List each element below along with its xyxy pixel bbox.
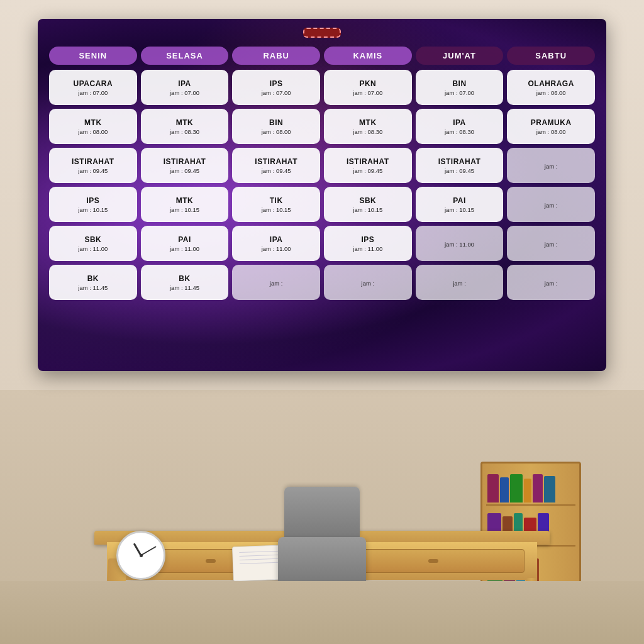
cell-time: jam : 08.30 [170,128,199,135]
schedule-cell-r0-c4: BINjam : 07.00 [416,70,504,105]
cell-time: jam : 09.45 [78,167,108,174]
schedule-cell-r3-c2: TIKjam : 10.15 [232,187,320,222]
schedule-cell-r1-c5: PRAMUKAjam : 08.00 [507,109,595,144]
shelf-divider [486,504,575,506]
day-header-kamis: KAMIS [324,47,412,65]
cell-subject: SBK [359,196,376,205]
cell-subject: PAI [453,196,466,205]
cell-subject: ISTIRAHAT [255,157,297,166]
cell-subject: ISTIRAHAT [438,157,481,166]
cell-time: jam : [545,163,558,170]
schedule-cell-r3-c5: jam : [507,187,595,222]
clock-face [116,531,165,580]
cell-subject: IPS [361,235,374,244]
cell-subject: IPS [86,196,99,205]
cell-time: jam : 07.00 [78,89,108,96]
cell-time: jam : 11.45 [78,284,108,291]
schedule-cell-r4-c5: jam : [507,226,595,261]
schedule-cell-r5-c2: jam : [232,265,320,300]
schedule-cell-r4-c1: PAIjam : 11.00 [141,226,229,261]
schedule-cell-r5-c0: BKjam : 11.45 [49,265,137,300]
cell-time: jam : 07.00 [262,89,291,96]
schedule-cell-r0-c3: PKNjam : 07.00 [324,70,412,105]
book [544,476,555,502]
cell-subject: PRAMUKA [531,118,572,127]
book [533,474,543,502]
schedule-cell-r0-c2: IPSjam : 07.00 [232,70,320,105]
schedule-cell-r2-c5: jam : [507,148,595,183]
schedule-cell-r2-c2: ISTIRAHATjam : 09.45 [232,148,320,183]
poster-title-area [49,28,595,40]
schedule-cell-r0-c5: OLAHRAGAjam : 06.00 [507,70,595,105]
cell-subject: ISTIRAHAT [72,157,114,166]
cell-time: jam : 06.00 [536,89,566,96]
schedule-cell-r2-c0: ISTIRAHATjam : 09.45 [49,148,137,183]
cell-subject: IPS [270,79,283,88]
cell-time: jam : 09.45 [353,167,382,174]
days-row: SENINSELASARABUKAMISJUM'ATSABTU [49,47,595,65]
schedule-cell-r3-c0: IPSjam : 10.15 [49,187,137,222]
chair-seat [278,537,366,581]
cell-time: jam : 11.00 [445,241,474,248]
cell-time: jam : 10.15 [445,206,474,213]
schedule-cell-r5-c4: jam : [416,265,504,300]
cell-time: jam : 09.45 [445,167,474,174]
day-header-selasa: SELASA [141,47,229,65]
cell-subject: MTK [84,118,102,127]
cell-time: jam : 11.00 [262,245,291,252]
cell-time: jam : 09.45 [170,167,199,174]
schedule-cell-r2-c1: ISTIRAHATjam : 09.45 [141,148,229,183]
chair-back [284,487,360,537]
clock-center-dot [140,554,143,557]
cell-subject: BIN [452,79,466,88]
cell-subject: OLAHRAGA [528,79,574,88]
schedule-cell-r3-c3: SBKjam : 10.15 [324,187,412,222]
clock [116,531,167,581]
schedule-cell-r0-c1: IPAjam : 07.00 [141,70,229,105]
cell-time: jam : [545,280,558,287]
cell-subject: BK [179,274,190,283]
cell-time: jam : 07.00 [170,89,199,96]
cell-subject: IPA [270,235,283,244]
room: SENINSELASARABUKAMISJUM'ATSABTU UPACARAj… [0,0,644,644]
floor [0,581,644,644]
day-header-senin: SENIN [49,47,137,65]
clock-minute-hand [141,546,157,556]
schedule-cell-r1-c3: MTKjam : 08.30 [324,109,412,144]
schedule-cell-r1-c4: IPAjam : 08.30 [416,109,504,144]
schedule-cell-r4-c2: IPAjam : 11.00 [232,226,320,261]
cell-time: jam : 08.00 [262,128,291,135]
schedule-cell-r0-c0: UPACARAjam : 07.00 [49,70,137,105]
schedule-poster: SENINSELASARABUKAMISJUM'ATSABTU UPACARAj… [38,19,606,371]
book [524,479,531,502]
cell-time: jam : 07.00 [353,89,382,96]
cell-time: jam : 11.45 [170,284,199,291]
cell-subject: BIN [269,118,283,127]
poster-background: SENINSELASARABUKAMISJUM'ATSABTU UPACARAj… [38,19,606,371]
cell-time: jam : 08.30 [445,128,474,135]
cell-subject: ISTIRAHAT [347,157,389,166]
cell-time: jam : 11.00 [353,245,382,252]
schedule-cell-r2-c3: ISTIRAHATjam : 09.45 [324,148,412,183]
schedule-cell-r5-c1: BKjam : 11.45 [141,265,229,300]
cell-time: jam : [453,280,466,287]
shelf-books-top [487,470,574,502]
cell-subject: IPA [453,118,466,127]
schedule-cell-r4-c0: SBKjam : 11.00 [49,226,137,261]
book [510,474,523,502]
cell-time: jam : 10.15 [262,206,291,213]
day-header-jum'at: JUM'AT [416,47,504,65]
day-header-rabu: RABU [232,47,320,65]
cell-subject: PAI [178,235,191,244]
cell-time: jam : 10.15 [78,206,108,213]
cell-time: jam : 11.00 [170,245,199,252]
schedule-cell-r1-c2: BINjam : 08.00 [232,109,320,144]
schedule-cell-r3-c4: PAIjam : 10.15 [416,187,504,222]
schedule-grid: UPACARAjam : 07.00IPAjam : 07.00IPSjam :… [49,70,595,300]
cell-subject: ISTIRAHAT [164,157,206,166]
cell-time: jam : [545,241,558,248]
schedule-cell-r1-c0: MTKjam : 08.00 [49,109,137,144]
cell-subject: BK [87,274,99,283]
poster-title-text [303,28,341,38]
cell-time: jam : [270,280,283,287]
